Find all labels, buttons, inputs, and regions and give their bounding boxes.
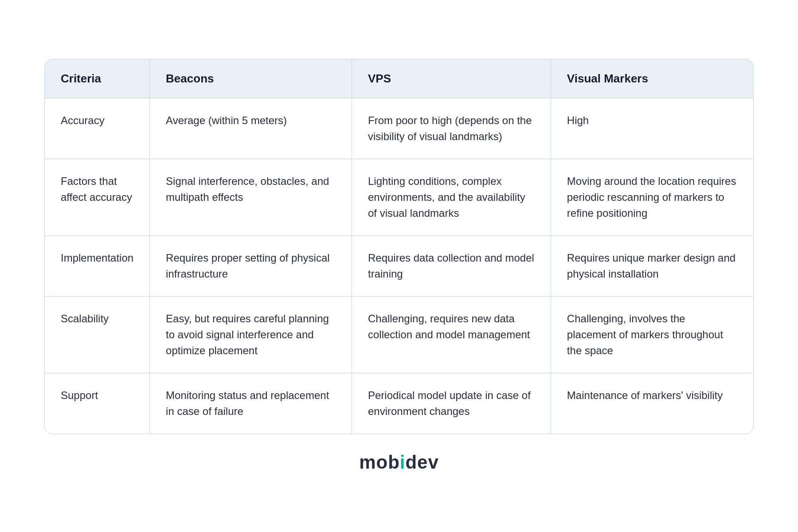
cell-support-criteria: Support [45, 373, 150, 434]
cell-support-visual-markers: Maintenance of markers' visibility [551, 373, 753, 434]
table-header-row: Criteria Beacons VPS Visual Markers [45, 59, 753, 98]
table-row: Factors that affect accuracy Signal inte… [45, 159, 753, 236]
comparison-table: Criteria Beacons VPS Visual Markers Accu… [45, 59, 753, 434]
cell-accuracy-beacons: Average (within 5 meters) [150, 98, 352, 159]
cell-scalability-criteria: Scalability [45, 297, 150, 373]
header-vps: VPS [352, 59, 551, 98]
table-row: Scalability Easy, but requires careful p… [45, 297, 753, 373]
header-beacons: Beacons [150, 59, 352, 98]
table-row: Implementation Requires proper setting o… [45, 236, 753, 297]
cell-support-beacons: Monitoring status and replacement in cas… [150, 373, 352, 434]
table-row: Support Monitoring status and replacemen… [45, 373, 753, 434]
cell-accuracy-criteria: Accuracy [45, 98, 150, 159]
cell-implementation-visual-markers: Requires unique marker design and physic… [551, 236, 753, 297]
logo: mobidev [359, 452, 439, 473]
cell-factors-vps: Lighting conditions, complex environment… [352, 159, 551, 236]
cell-scalability-beacons: Easy, but requires careful planning to a… [150, 297, 352, 373]
logo-dev: dev [405, 452, 438, 473]
logo-mob: mob [359, 452, 400, 473]
cell-accuracy-visual-markers: High [551, 98, 753, 159]
header-visual-markers: Visual Markers [551, 59, 753, 98]
cell-factors-beacons: Signal interference, obstacles, and mult… [150, 159, 352, 236]
cell-implementation-criteria: Implementation [45, 236, 150, 297]
cell-support-vps: Periodical model update in case of envir… [352, 373, 551, 434]
cell-implementation-beacons: Requires proper setting of physical infr… [150, 236, 352, 297]
cell-implementation-vps: Requires data collection and model train… [352, 236, 551, 297]
cell-scalability-visual-markers: Challenging, involves the placement of m… [551, 297, 753, 373]
page-wrapper: Criteria Beacons VPS Visual Markers Accu… [44, 59, 754, 473]
cell-scalability-vps: Challenging, requires new data collectio… [352, 297, 551, 373]
header-criteria: Criteria [45, 59, 150, 98]
cell-accuracy-vps: From poor to high (depends on the visibi… [352, 98, 551, 159]
cell-factors-visual-markers: Moving around the location requires peri… [551, 159, 753, 236]
comparison-table-container: Criteria Beacons VPS Visual Markers Accu… [44, 59, 754, 434]
table-row: Accuracy Average (within 5 meters) From … [45, 98, 753, 159]
cell-factors-criteria: Factors that affect accuracy [45, 159, 150, 236]
logo-i: i [400, 452, 406, 473]
logo-text: mobidev [359, 452, 439, 473]
